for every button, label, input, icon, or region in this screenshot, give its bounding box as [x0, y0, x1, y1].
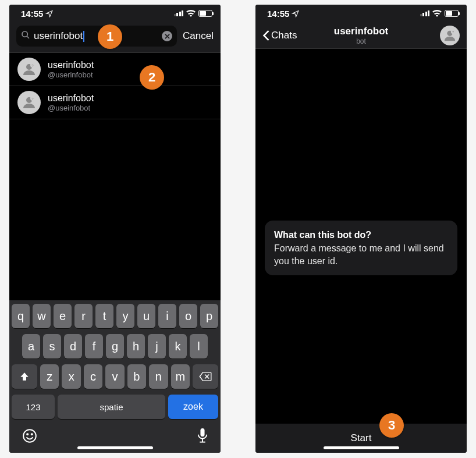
home-indicator[interactable]	[77, 446, 153, 449]
result-name: userinfobot	[48, 93, 94, 104]
key-z[interactable]: z	[40, 364, 59, 389]
key-x[interactable]: x	[62, 364, 80, 389]
result-handle: @useinfobot	[48, 104, 94, 112]
key-e[interactable]: e	[54, 304, 72, 328]
status-bar: 14:55	[255, 5, 467, 22]
search-result-item[interactable]: ? userinfobot @useinfobot	[9, 86, 221, 119]
key-l[interactable]: l	[190, 334, 208, 358]
key-t[interactable]: t	[95, 304, 113, 328]
search-key[interactable]: zoek	[168, 395, 218, 419]
status-time: 14:55	[21, 9, 43, 19]
text-cursor	[83, 31, 84, 42]
back-button[interactable]: Chats	[262, 30, 297, 41]
shift-key[interactable]	[12, 364, 37, 389]
step-marker-2: 2	[140, 65, 164, 90]
keyboard-row-4: 123 spatie zoek	[12, 395, 218, 419]
status-bar: 14:55	[9, 5, 221, 22]
start-label: Start	[351, 432, 372, 444]
backspace-key[interactable]	[193, 364, 218, 389]
key-r[interactable]: r	[74, 304, 93, 328]
svg-point-13	[27, 434, 28, 435]
numbers-key[interactable]: 123	[12, 395, 55, 419]
location-icon	[45, 10, 53, 17]
battery-icon	[445, 10, 459, 17]
cellular-signal-icon	[420, 10, 430, 16]
chat-header: Chats userinfobot bot ?	[255, 22, 467, 49]
bubble-heading: What can this bot do?	[274, 229, 448, 242]
location-icon	[292, 10, 299, 17]
search-icon	[21, 30, 30, 42]
chevron-left-icon	[262, 30, 270, 41]
keyboard-row-3: z x c v b n m	[12, 364, 218, 389]
keyboard-accessory-row	[12, 425, 218, 447]
key-v[interactable]: v	[105, 364, 124, 389]
home-indicator[interactable]	[324, 446, 399, 449]
battery-icon	[198, 10, 212, 17]
wifi-icon	[186, 10, 196, 17]
svg-point-0	[22, 31, 27, 37]
bubble-body: Forward a message to me and I will send …	[274, 242, 448, 267]
keyboard-row-2: a s d f g h j k l	[12, 334, 218, 358]
key-p[interactable]: p	[200, 304, 218, 328]
key-a[interactable]: a	[22, 334, 40, 358]
svg-text:?: ?	[452, 30, 454, 34]
keyboard-row-1: q w e r t y u i o p	[12, 304, 218, 328]
chat-body: What can this bot do? Forward a message …	[255, 49, 467, 424]
search-input[interactable]: userinfobot	[34, 30, 83, 42]
search-result-item[interactable]: ? userinfobot @userinfobot	[9, 53, 221, 86]
cancel-button[interactable]: Cancel	[183, 30, 214, 42]
svg-point-12	[23, 429, 36, 442]
dictation-button[interactable]	[197, 428, 208, 447]
svg-line-1	[27, 36, 29, 38]
key-s[interactable]: s	[43, 334, 61, 358]
emoji-button[interactable]	[22, 428, 37, 447]
key-o[interactable]: o	[179, 304, 197, 328]
key-c[interactable]: c	[84, 364, 102, 389]
key-q[interactable]: q	[12, 304, 30, 328]
keyboard: q w e r t y u i o p a s d f g h j k l z	[9, 300, 221, 453]
key-u[interactable]: u	[137, 304, 155, 328]
chat-avatar[interactable]: ?	[440, 26, 460, 45]
key-j[interactable]: j	[148, 334, 166, 358]
svg-rect-15	[200, 428, 204, 436]
clear-search-button[interactable]	[162, 31, 172, 41]
search-results: ? userinfobot @userinfobot ? userinfobot…	[9, 53, 221, 300]
avatar: ?	[17, 58, 41, 81]
key-b[interactable]: b	[127, 364, 146, 389]
result-name: userinfobot	[48, 60, 94, 70]
key-d[interactable]: d	[64, 334, 82, 358]
phone-right-chat: 3 14:55 Chats userinfobot bot	[255, 5, 467, 453]
bot-info-bubble: What can this bot do? Forward a message …	[265, 221, 457, 276]
search-field[interactable]: userinfobot	[16, 26, 177, 47]
key-w[interactable]: w	[33, 304, 51, 328]
key-g[interactable]: g	[106, 334, 124, 358]
status-time: 14:55	[267, 9, 289, 19]
key-m[interactable]: m	[171, 364, 190, 389]
svg-point-14	[31, 434, 33, 435]
step-marker-1: 1	[98, 24, 122, 49]
key-n[interactable]: n	[149, 364, 168, 389]
space-key[interactable]: spatie	[58, 395, 165, 419]
step-marker-3: 3	[379, 413, 404, 438]
cellular-signal-icon	[174, 10, 184, 16]
key-f[interactable]: f	[85, 334, 103, 358]
phone-left-search: 1 2 14:55 userinfobot	[9, 5, 221, 453]
wifi-icon	[432, 10, 442, 17]
result-handle: @userinfobot	[48, 70, 94, 79]
key-k[interactable]: k	[169, 334, 187, 358]
back-label: Chats	[271, 30, 297, 41]
key-y[interactable]: y	[116, 304, 134, 328]
avatar: ?	[17, 91, 41, 114]
key-h[interactable]: h	[127, 334, 145, 358]
key-i[interactable]: i	[158, 304, 176, 328]
